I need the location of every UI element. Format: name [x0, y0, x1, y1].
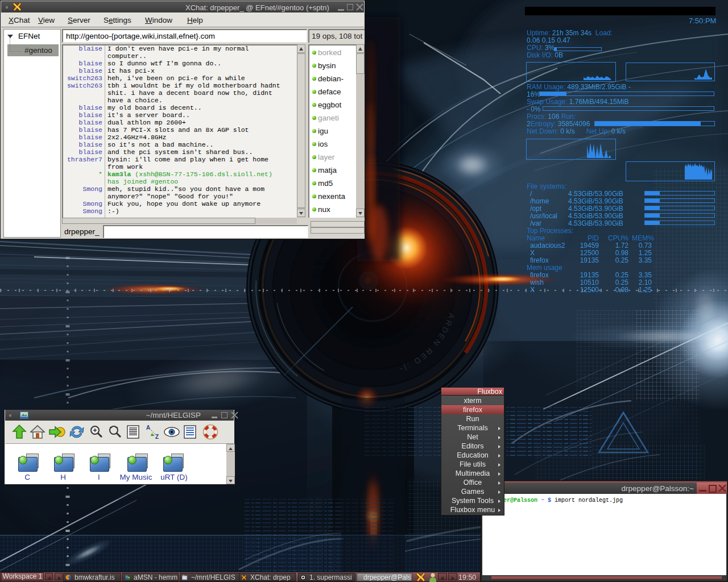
svg-text:A: A: [146, 425, 150, 431]
svg-text:Z: Z: [155, 434, 159, 440]
